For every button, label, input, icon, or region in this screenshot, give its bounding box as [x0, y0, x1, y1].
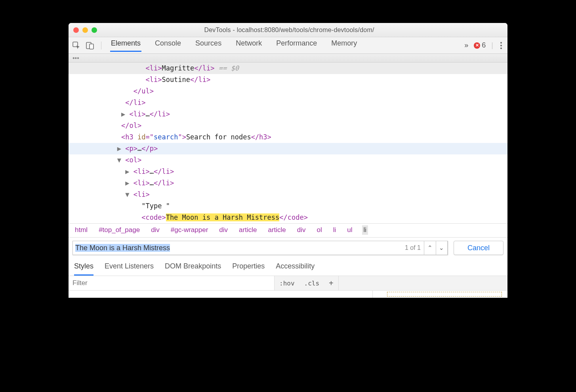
styles-filter-input[interactable] [69, 276, 275, 290]
tab-event-listeners[interactable]: Event Listeners [105, 262, 154, 276]
breadcrumb-item[interactable]: ul [345, 225, 354, 235]
box-model-outline [387, 292, 502, 297]
breadcrumb-item[interactable]: article [237, 225, 258, 235]
breadcrumb-item[interactable]: ol [315, 225, 324, 235]
breadcrumb-item[interactable]: div [217, 225, 229, 235]
tab-console[interactable]: Console [154, 39, 182, 52]
breadcrumb: html #top_of_page div #gc-wrapper div ar… [69, 223, 507, 237]
tab-elements[interactable]: Elements [110, 39, 141, 52]
device-icon[interactable] [86, 42, 94, 49]
tab-network[interactable]: Network [235, 39, 263, 52]
tab-dom-breakpoints[interactable]: DOM Breakpoints [165, 262, 221, 276]
cancel-button[interactable]: Cancel [454, 241, 504, 255]
breadcrumb-item[interactable]: html [73, 225, 89, 235]
window-title: DevTools - localhost:8080/web/tools/chro… [97, 27, 481, 34]
breadcrumb-item[interactable]: #top_of_page [97, 225, 141, 235]
tab-sources[interactable]: Sources [195, 39, 222, 52]
h3-text: Search for nodes [186, 133, 251, 141]
tab-performance[interactable]: Performance [275, 39, 318, 52]
search-prev-button[interactable]: ⌃ [424, 241, 436, 255]
tab-properties[interactable]: Properties [232, 262, 265, 276]
styles-body [69, 291, 507, 298]
dom-tree[interactable]: <li>Magritte</li> == $0 <li>Soutine</li>… [69, 63, 507, 223]
more-tabs-icon[interactable]: » [464, 41, 468, 49]
main-toolbar: Elements Console Sources Network Perform… [69, 37, 507, 54]
kebab-icon[interactable] [499, 42, 504, 49]
inspect-icon[interactable] [72, 42, 80, 49]
breadcrumb-item[interactable]: #gc-wrapper [169, 225, 210, 235]
breadcrumb-item[interactable]: div [296, 225, 307, 235]
search-input[interactable]: The Moon is a Harsh Mistress [75, 244, 170, 252]
overflow-dots[interactable]: ••• [72, 55, 79, 62]
new-style-rule-button[interactable]: + [324, 279, 338, 288]
overflow-bar: ••• [69, 54, 507, 63]
devtools-window: DevTools - localhost:8080/web/tools/chro… [69, 23, 507, 298]
maximize-icon[interactable] [92, 27, 97, 33]
attr-value: search [154, 133, 178, 141]
breadcrumb-item[interactable]: article [266, 225, 287, 235]
error-badge[interactable]: ✕ 6 [474, 41, 486, 49]
cls-toggle[interactable]: .cls [299, 280, 324, 287]
minimize-icon[interactable] [82, 27, 88, 33]
panel-tabs: Elements Console Sources Network Perform… [110, 39, 358, 52]
traffic-lights [73, 27, 97, 33]
breadcrumb-item[interactable]: li [332, 225, 338, 235]
hov-toggle[interactable]: :hov [275, 280, 299, 287]
search-match: The Moon is a Harsh Mistress [166, 213, 280, 221]
titlebar: DevTools - localhost:8080/web/tools/chro… [69, 23, 507, 37]
breadcrumb-item[interactable]: div [149, 225, 161, 235]
tab-accessibility[interactable]: Accessibility [276, 262, 315, 276]
breadcrumb-item[interactable]: li [362, 225, 368, 235]
tab-memory[interactable]: Memory [330, 39, 358, 52]
search-bar: The Moon is a Harsh Mistress 1 of 1 ⌃ ⌄ … [69, 237, 507, 258]
styles-toolbar: :hov .cls + [69, 276, 507, 291]
error-icon: ✕ [474, 42, 480, 49]
search-count: 1 of 1 [402, 244, 424, 251]
close-icon[interactable] [73, 27, 79, 33]
search-next-button[interactable]: ⌄ [436, 241, 448, 255]
error-count: 6 [482, 41, 486, 49]
svg-rect-2 [90, 44, 93, 49]
tab-styles[interactable]: Styles [74, 262, 93, 276]
styles-sidebar-tabs: Styles Event Listeners DOM Breakpoints P… [69, 258, 507, 276]
